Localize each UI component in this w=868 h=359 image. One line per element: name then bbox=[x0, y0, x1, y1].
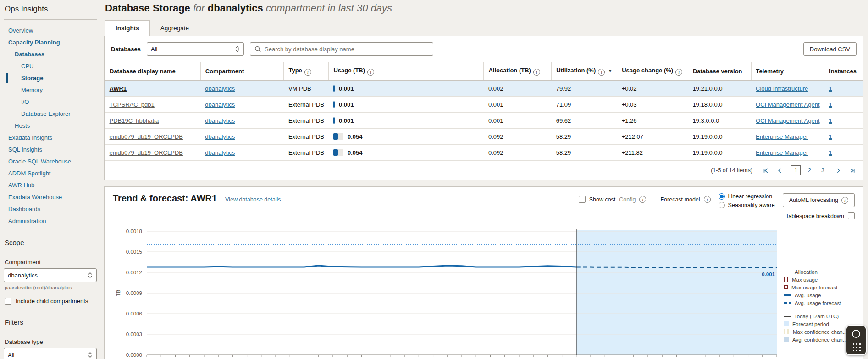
sidebar-item[interactable]: Hosts bbox=[4, 120, 97, 131]
sidebar-item-label: CPU bbox=[21, 63, 33, 70]
config-label[interactable]: Config bbox=[619, 196, 636, 203]
page-number[interactable]: 2 bbox=[805, 166, 814, 175]
radio-option[interactable]: Linear regression bbox=[719, 193, 775, 200]
column-header[interactable]: Usage (TB)i▼ bbox=[329, 62, 484, 81]
previous-page-icon[interactable] bbox=[777, 168, 783, 174]
next-page-icon[interactable] bbox=[835, 168, 841, 174]
database-name-link[interactable]: emdb079_db19_ORCLPDB bbox=[110, 149, 183, 156]
telemetry-link[interactable]: OCI Management Agent bbox=[756, 117, 819, 124]
view-database-details-link[interactable]: View database details bbox=[225, 196, 281, 203]
floating-widget[interactable] bbox=[846, 325, 867, 355]
sidebar-item[interactable]: Storage bbox=[4, 72, 97, 84]
info-icon[interactable]: i bbox=[639, 196, 646, 203]
info-icon[interactable]: i bbox=[533, 69, 540, 76]
column-header[interactable]: Telemetryi▼ bbox=[751, 62, 824, 81]
sidebar-item[interactable]: Dashboards bbox=[4, 203, 97, 215]
column-header[interactable]: Typei▼ bbox=[284, 62, 329, 81]
sidebar-item[interactable]: Databases bbox=[4, 48, 97, 60]
radio-button-icon[interactable] bbox=[719, 202, 725, 208]
radio-button-icon[interactable] bbox=[719, 193, 725, 200]
compartment-link[interactable]: dbanalytics bbox=[205, 117, 235, 124]
sidebar-item[interactable]: CPU bbox=[4, 60, 97, 72]
legend-item[interactable]: Max usage bbox=[784, 276, 855, 283]
svg-text:0.0018: 0.0018 bbox=[126, 228, 142, 234]
legend-swatch-icon bbox=[784, 321, 789, 326]
table-row[interactable]: AWR1 dbanalytics VM PDB 0.001 0.002 79.9… bbox=[105, 81, 863, 97]
download-csv-button[interactable]: Download CSV bbox=[803, 42, 857, 56]
tab[interactable]: Insights bbox=[105, 20, 150, 36]
column-header[interactable]: Database versioni▼ bbox=[688, 62, 751, 81]
table-row[interactable]: emdb079_db19_ORCLPDB dbanalytics Externa… bbox=[105, 145, 863, 161]
info-icon[interactable]: i bbox=[598, 69, 605, 76]
sidebar-item[interactable]: Memory bbox=[4, 84, 97, 96]
database-name-link[interactable]: PDB19C_hbbhatia bbox=[110, 117, 159, 124]
compartment-select[interactable]: dbanalytics bbox=[4, 268, 97, 282]
column-header[interactable]: Instancesi▼ bbox=[824, 62, 863, 81]
table-row[interactable]: TCPSRAC_pdb1 dbanalytics External PDB 0.… bbox=[105, 97, 863, 113]
page-number[interactable]: 3 bbox=[818, 166, 827, 175]
automl-forecasting-button[interactable]: AutoML forecasting i bbox=[783, 193, 855, 207]
legend-item[interactable]: Max confidence chan... bbox=[784, 328, 855, 336]
compartment-link[interactable]: dbanalytics bbox=[205, 101, 235, 108]
page-title-for: for bbox=[193, 2, 205, 14]
usage-value: 0.054 bbox=[348, 149, 363, 156]
telemetry-link[interactable]: OCI Management Agent bbox=[756, 101, 819, 108]
column-header[interactable]: Utilization (%)i▼ bbox=[552, 62, 617, 81]
info-icon[interactable]: i bbox=[367, 69, 374, 76]
database-name-link[interactable]: TCPSRAC_pdb1 bbox=[110, 101, 155, 108]
telemetry-link[interactable]: Enterprise Manager bbox=[756, 133, 808, 140]
database-name-link[interactable]: emdb079_db19_ORCLPDB bbox=[110, 133, 183, 140]
instances-link[interactable]: 1 bbox=[829, 101, 832, 108]
info-icon[interactable]: i bbox=[704, 196, 711, 203]
telemetry-link[interactable]: Cloud Infrastructure bbox=[756, 85, 808, 92]
sort-desc-icon[interactable]: ▼ bbox=[608, 69, 612, 73]
table-row[interactable]: emdb079_db19_ORCLPDB dbanalytics Externa… bbox=[105, 129, 863, 145]
instances-link[interactable]: 1 bbox=[829, 149, 832, 156]
legend-item[interactable]: Forecast period bbox=[784, 320, 855, 328]
sidebar-item[interactable]: I/O bbox=[4, 96, 97, 108]
instances-link[interactable]: 1 bbox=[829, 85, 832, 92]
column-header[interactable]: Database display namei▼ bbox=[105, 62, 201, 81]
sidebar-item[interactable]: Overview bbox=[4, 24, 97, 36]
tablespace-breakdown-checkbox[interactable] bbox=[848, 212, 855, 219]
instances-link[interactable]: 1 bbox=[829, 117, 832, 124]
page-number[interactable]: 1 bbox=[791, 165, 801, 175]
compartment-link[interactable]: dbanalytics bbox=[205, 133, 235, 140]
databases-select[interactable]: All bbox=[147, 42, 244, 56]
legend-item[interactable]: Avg. usage bbox=[784, 291, 855, 299]
sidebar-item[interactable]: Capacity Planning bbox=[4, 36, 97, 48]
legend-item[interactable]: Max usage forecast bbox=[784, 283, 855, 291]
info-icon[interactable]: i bbox=[841, 197, 848, 204]
database-name-link[interactable]: AWR1 bbox=[110, 85, 127, 92]
sidebar-item[interactable]: Exadata Warehouse bbox=[4, 191, 97, 203]
telemetry-link[interactable]: Enterprise Manager bbox=[756, 149, 808, 156]
compartment-link[interactable]: dbanalytics bbox=[205, 149, 235, 156]
sidebar-item[interactable]: ADDM Spotlight bbox=[4, 167, 97, 179]
column-header[interactable]: Compartmenti▼ bbox=[200, 62, 284, 81]
table-row[interactable]: PDB19C_hbbhatia dbanalytics External PDB… bbox=[105, 113, 863, 129]
compartment-link[interactable]: dbanalytics bbox=[205, 85, 235, 92]
info-icon[interactable]: i bbox=[675, 69, 682, 76]
column-header[interactable]: Allocation (TB)i▼ bbox=[484, 62, 552, 81]
database-type-select[interactable]: All bbox=[4, 348, 97, 359]
instances-link[interactable]: 1 bbox=[829, 133, 832, 140]
sidebar-item[interactable]: SQL Insights bbox=[4, 143, 97, 155]
search-input[interactable] bbox=[265, 46, 429, 53]
column-header[interactable]: Usage change (%)i▼ bbox=[617, 62, 688, 81]
sidebar-item[interactable]: Administration bbox=[4, 215, 97, 227]
tab[interactable]: Aggregate bbox=[150, 20, 199, 36]
legend-item[interactable]: Avg. confidence chan... bbox=[784, 336, 855, 343]
include-child-checkbox[interactable] bbox=[5, 298, 11, 305]
legend-item[interactable]: Today (12am UTC) bbox=[784, 312, 855, 320]
legend-item[interactable]: Allocation bbox=[784, 268, 855, 276]
legend-item[interactable]: Avg. usage forecast bbox=[784, 299, 855, 307]
sidebar-item[interactable]: Oracle SQL Warehouse bbox=[4, 155, 97, 167]
sidebar-item[interactable]: Exadata Insights bbox=[4, 131, 97, 143]
info-icon[interactable]: i bbox=[304, 69, 311, 76]
sidebar-item[interactable]: Database Explorer bbox=[4, 108, 97, 120]
first-page-icon[interactable] bbox=[763, 168, 768, 174]
sidebar-item[interactable]: AWR Hub bbox=[4, 179, 97, 191]
show-cost-checkbox[interactable] bbox=[579, 196, 586, 203]
radio-option[interactable]: Seasonality aware bbox=[719, 202, 775, 208]
last-page-icon[interactable] bbox=[850, 168, 856, 174]
